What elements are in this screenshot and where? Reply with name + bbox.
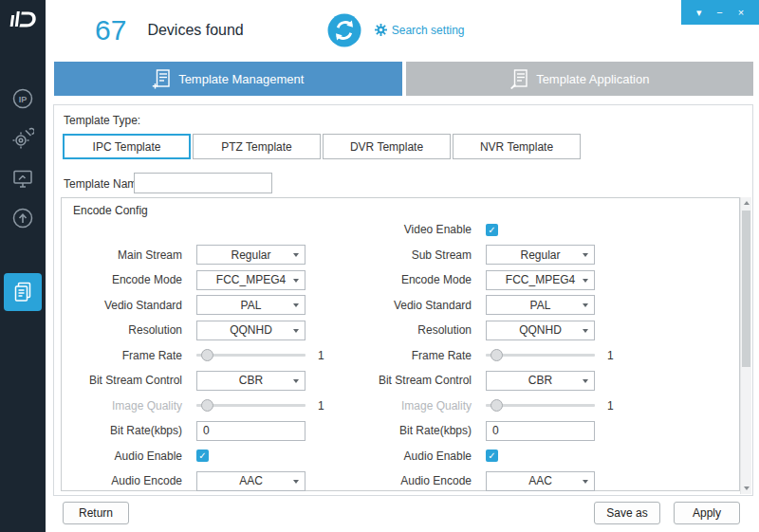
video-standard-label-right: Vedio Standard [334, 299, 481, 312]
audio-enable-checkbox-left[interactable] [196, 449, 209, 462]
monitor-wrench-icon [11, 167, 34, 190]
sidebar-item-device-config[interactable] [11, 127, 34, 150]
save-as-button[interactable]: Save as [594, 502, 660, 524]
search-setting-button[interactable]: Search setting [375, 24, 465, 37]
sub-stream-value: Regular [520, 248, 560, 262]
sidebar-item-device-upgrade[interactable] [11, 207, 34, 229]
nvr-template-button[interactable]: NVR Template [453, 134, 581, 159]
gear-icon [375, 24, 387, 36]
template-management-panel: Template Type: IPC Template PTZ Template… [53, 104, 753, 496]
scroll-down-icon[interactable] [741, 483, 751, 494]
apply-button[interactable]: Apply [674, 502, 740, 524]
dvr-template-button[interactable]: DVR Template [323, 134, 451, 159]
close-button[interactable]: × [738, 8, 744, 18]
resolution-value-right: QQNHD [519, 323, 562, 337]
window-controls: ▾ − × [681, 0, 759, 25]
frame-rate-slider-left[interactable] [196, 345, 305, 365]
dahua-logo-icon [9, 8, 37, 34]
search-setting-label: Search setting [392, 24, 465, 37]
slider-thumb[interactable] [491, 399, 503, 412]
video-standard-value-left: PAL [241, 299, 262, 312]
form-cell [481, 421, 633, 441]
video-standard-select-right[interactable]: PAL [486, 295, 595, 315]
sidebar-item-modify-ip[interactable]: IP [11, 87, 34, 110]
form-cell: Regular [192, 245, 334, 265]
form-cell: 1 [192, 345, 334, 365]
image-quality-label-left: Image Quality [62, 399, 192, 413]
audio-enable-label-right: Audio Enable [334, 449, 481, 463]
bit-stream-control-value-left: CBR [239, 374, 263, 387]
bit-stream-control-label-left: Bit Stream Control [62, 374, 192, 387]
chevron-down-icon [293, 279, 299, 283]
template-docs-icon [11, 281, 34, 303]
template-name-input[interactable] [134, 173, 272, 193]
image-quality-value-left: 1 [318, 399, 324, 413]
sidebar: IP [0, 0, 46, 532]
vertical-scrollbar[interactable] [740, 197, 751, 494]
tab-template-application[interactable]: Template Application [406, 62, 754, 96]
minimize-button[interactable]: − [716, 8, 722, 18]
refresh-button[interactable] [327, 13, 361, 47]
resolution-select-left[interactable]: QQNHD [196, 321, 305, 340]
encode-mode-value-right: FCC_MPEG4 [506, 273, 575, 286]
chevron-down-icon [583, 480, 588, 484]
encode-config-form: Video Enable Main Stream Regular Sub Str… [62, 217, 633, 494]
template-type-label: Template Type: [64, 114, 140, 127]
sidebar-item-template[interactable] [4, 273, 42, 311]
resolution-label-right: Resolution [334, 323, 481, 337]
image-quality-slider-right[interactable] [486, 395, 595, 415]
main-stream-select[interactable]: Regular [196, 245, 305, 265]
bit-stream-control-select-right[interactable]: CBR [486, 371, 595, 391]
resolution-select-right[interactable]: QQNHD [486, 321, 595, 340]
resolution-value-left: QQNHD [230, 323, 272, 337]
audio-enable-checkbox-right[interactable] [486, 449, 498, 462]
ptz-template-button[interactable]: PTZ Template [193, 134, 321, 159]
scrollbar-thumb[interactable] [742, 211, 750, 367]
form-cell: FCC_MPEG4 [481, 270, 633, 290]
resolution-label-left: Resolution [62, 323, 192, 337]
chevron-down-icon [293, 303, 299, 307]
audio-encode-select-right[interactable]: AAC [486, 471, 595, 491]
tab-label: Template Application [536, 72, 649, 86]
video-standard-select-left[interactable]: PAL [196, 295, 305, 315]
modify-ip-icon: IP [11, 87, 34, 110]
frame-rate-value-right: 1 [607, 349, 614, 362]
form-cell: QQNHD [192, 321, 334, 340]
video-enable-checkbox[interactable] [486, 224, 498, 236]
bit-rate-label-left: Bit Rate(kbps) [62, 424, 192, 437]
collapse-button[interactable]: ▾ [696, 8, 702, 18]
bit-stream-control-select-left[interactable]: CBR [196, 371, 305, 391]
frame-rate-label-left: Frame Rate [62, 349, 192, 362]
form-cell: AAC [481, 471, 633, 491]
slider-thumb[interactable] [201, 349, 213, 361]
slider-thumb[interactable] [201, 399, 213, 412]
audio-encode-select-left[interactable]: AAC [196, 471, 305, 491]
bit-rate-input-left[interactable] [196, 421, 305, 441]
tab-bar: Template Management Template Application [54, 62, 753, 96]
form-cell [481, 224, 633, 236]
upgrade-arrow-icon [11, 207, 34, 229]
slider-thumb[interactable] [491, 349, 503, 361]
template-type-buttons: IPC Template PTZ Template DVR Template N… [63, 134, 581, 159]
form-cell: 1 [192, 395, 334, 415]
tab-template-management[interactable]: Template Management [54, 62, 402, 96]
audio-encode-label-right: Audio Encode [334, 474, 481, 487]
ipc-template-button[interactable]: IPC Template [63, 134, 191, 159]
form-cell: FCC_MPEG4 [192, 270, 334, 290]
scroll-up-icon[interactable] [741, 197, 751, 209]
encode-config-title: Encode Config [73, 204, 148, 217]
sidebar-item-system-settings[interactable] [11, 167, 34, 190]
bit-rate-input-right[interactable] [486, 421, 595, 441]
form-cell [192, 421, 334, 441]
frame-rate-slider-right[interactable] [486, 345, 595, 365]
form-cell [192, 449, 334, 462]
audio-encode-label-left: Audio Encode [62, 474, 192, 487]
chevron-down-icon [293, 329, 299, 333]
sub-stream-select[interactable]: Regular [486, 245, 595, 265]
image-quality-value-right: 1 [607, 399, 614, 413]
return-button[interactable]: Return [63, 502, 129, 524]
image-quality-slider-left[interactable] [196, 395, 305, 415]
form-cell [481, 449, 633, 462]
encode-mode-select-left[interactable]: FCC_MPEG4 [196, 270, 305, 290]
encode-mode-select-right[interactable]: FCC_MPEG4 [486, 270, 595, 290]
